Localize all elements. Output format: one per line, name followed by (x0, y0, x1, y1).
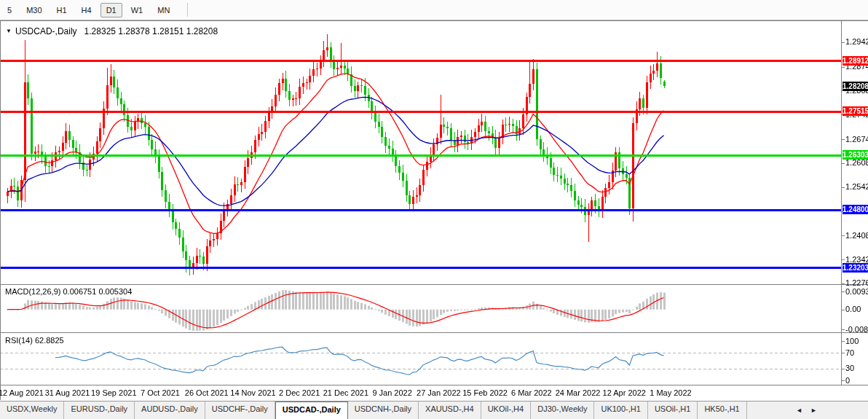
timeframe-button-w1[interactable]: W1 (125, 3, 149, 17)
rsi-indicator-label: RSI(14) 62.8825 (5, 336, 64, 345)
chart-tab-usoil-h1[interactable]: USOil-,H1 (648, 402, 698, 419)
macd-axis-label: 0.00 (845, 305, 861, 313)
tab-scroll-left-icon[interactable]: ◄ (796, 407, 802, 414)
chart-overlays: ▼USDCAD-,Daily1.28325 1.28378 1.28151 1.… (0, 0, 868, 419)
price-level-tag: 1.23203 (843, 263, 868, 273)
chart-tab-bar: ◄ ► USDX,WeeklyEURUSD-,DailyAUDUSD-,Dail… (0, 401, 868, 419)
rsi-axis-label: 70 (845, 348, 854, 357)
macd-indicator-label: MACD(12,26,9) 0.006751 0.005304 (5, 287, 132, 296)
price-axis-label: 1.26740 (845, 135, 868, 144)
chart-tab-dj30-weekly[interactable]: DJ30-,Weekly (531, 402, 594, 419)
rsi-axis-label: 100 (845, 337, 859, 345)
rsi-axis-label: 0 (845, 376, 850, 385)
price-level-tag: 1.24800 (843, 205, 868, 214)
chart-tab-usdx-weekly[interactable]: USDX,Weekly (0, 402, 64, 419)
timeframe-button-d1[interactable]: D1 (100, 3, 122, 17)
price-level-tag: 1.28912 (843, 56, 868, 66)
chart-tab-ukoil-h4[interactable]: UKOil-,H4 (481, 402, 532, 419)
timeframe-button-5[interactable]: 5 (1, 3, 17, 17)
macd-axis-label: 0.009345 (845, 287, 868, 296)
chart-tab-audusd-daily[interactable]: AUDUSD-,Daily (135, 402, 205, 419)
chart-symbol-period: USDCAD-,Daily (15, 26, 77, 36)
chart-tab-usdchf-daily[interactable]: USDCHF-,Daily (205, 402, 275, 419)
chart-title-bar: ▼USDCAD-,Daily1.28325 1.28378 1.28151 1.… (6, 26, 218, 36)
trading-terminal-window: { "toolbar": { "timeframes": [ {"label":… (0, 0, 868, 419)
price-axis-label: 1.29420 (845, 37, 868, 46)
chart-tab-xauusd-h4[interactable]: XAUUSD-,H4 (419, 402, 481, 419)
chart-tab-eurusd-daily[interactable]: EURUSD-,Daily (64, 402, 135, 419)
timeframe-button-h4[interactable]: H4 (76, 3, 98, 17)
chart-tab-usdcnh-daily[interactable]: USDCNH-,Daily (348, 402, 419, 419)
toolbar-separator (187, 3, 188, 17)
symbol-dropdown-arrow-icon[interactable]: ▼ (6, 28, 12, 34)
tab-scroll-right-icon[interactable]: ► (810, 407, 817, 414)
timeframe-button-m30[interactable]: M30 (20, 3, 47, 17)
chart-tab-hk50-h1[interactable]: HK50-,H1 (698, 402, 746, 419)
rsi-axis-label: 30 (845, 364, 854, 372)
current-price-tag: 1.28208 (843, 82, 868, 91)
macd-axis-label: -0.008902 (845, 325, 868, 334)
price-level-tag: 1.26303 (843, 150, 868, 160)
price-axis-label: 1.24080 (845, 231, 868, 240)
timeframe-button-mn[interactable]: MN (151, 3, 175, 17)
price-axis-label: 1.22760 (845, 278, 868, 287)
chart-tab-usdcad-daily[interactable]: USDCAD-,Daily (275, 402, 348, 419)
timeframe-toolbar: 5M30H1H4D1W1MN (0, 0, 868, 20)
price-level-tag: 1.27515 (843, 106, 868, 116)
timeframe-button-h1[interactable]: H1 (51, 3, 73, 17)
chart-tab-uk100-h1[interactable]: UK100-,H1 (594, 402, 647, 419)
date-axis-label: 1 May 2022 (640, 388, 701, 397)
price-axis-label: 1.25420 (845, 182, 868, 191)
chart-ohlc-quote: 1.28325 1.28378 1.28151 1.28208 (84, 26, 218, 36)
